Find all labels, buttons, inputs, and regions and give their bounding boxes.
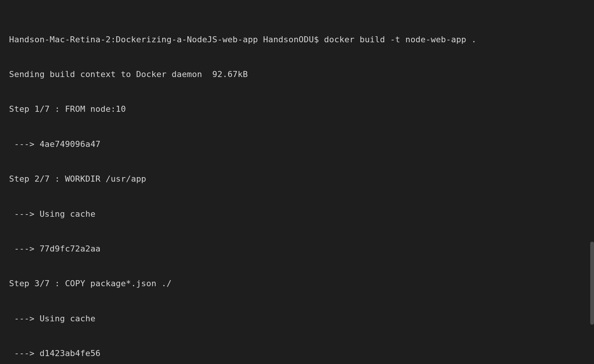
terminal-line: ---> Using cache <box>9 313 585 325</box>
terminal-line: ---> d1423ab4fe56 <box>9 348 585 359</box>
terminal-line: Step 3/7 : COPY package*.json ./ <box>9 278 585 290</box>
terminal-line: Sending build context to Docker daemon 9… <box>9 69 585 80</box>
terminal-line: ---> 77d9fc72a2aa <box>9 243 585 255</box>
terminal-line: ---> 4ae749096a47 <box>9 139 585 150</box>
terminal-line: Step 2/7 : WORKDIR /usr/app <box>9 173 585 185</box>
terminal-line: ---> Using cache <box>9 208 585 220</box>
terminal-window[interactable]: Handson-Mac-Retina-2:Dockerizing-a-NodeJ… <box>0 0 594 364</box>
scrollbar-thumb[interactable] <box>590 242 594 325</box>
terminal-line: Step 1/7 : FROM node:10 <box>9 103 585 115</box>
terminal-line: Handson-Mac-Retina-2:Dockerizing-a-NodeJ… <box>9 34 585 46</box>
